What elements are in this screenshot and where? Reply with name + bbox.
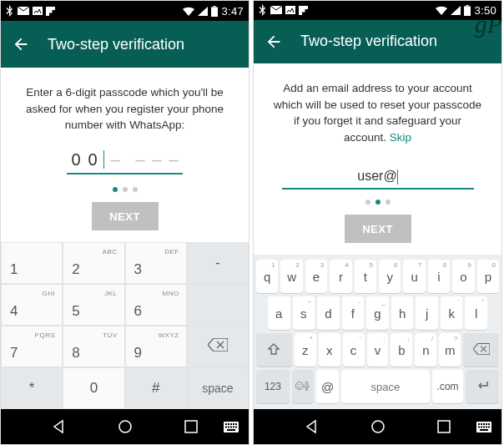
svg-rect-43 <box>486 426 487 427</box>
status-bar: 3:50 <box>254 1 501 20</box>
key-i[interactable]: i8 <box>428 260 450 293</box>
key-l[interactable]: l" <box>465 296 487 330</box>
key-blank[interactable] <box>187 284 249 326</box>
key-k[interactable]: k' <box>441 296 463 330</box>
flipboard-icon <box>299 6 308 15</box>
key-6[interactable]: 6MNO <box>125 284 187 326</box>
key-s[interactable]: s~ <box>293 296 315 330</box>
key-1[interactable]: 1 <box>1 242 63 284</box>
text-cursor <box>103 150 104 169</box>
svg-rect-13 <box>233 423 234 425</box>
svg-rect-17 <box>230 426 232 427</box>
mail-icon <box>18 7 29 15</box>
next-button[interactable]: NEXT <box>92 202 159 230</box>
key-h[interactable]: h <box>391 296 414 330</box>
key-d[interactable]: d <box>317 296 340 330</box>
svg-point-7 <box>119 421 131 432</box>
key-0[interactable]: 0 <box>63 367 124 409</box>
key-t[interactable]: t5 <box>355 260 376 293</box>
key-y[interactable]: y6 <box>379 260 401 293</box>
key-w[interactable]: w2 <box>280 260 302 293</box>
key-space[interactable]: space <box>341 370 430 403</box>
nav-recent-icon[interactable] <box>435 417 453 436</box>
svg-rect-39 <box>488 423 490 425</box>
key-star[interactable]: * <box>1 367 63 409</box>
key-123[interactable]: 123 <box>256 370 290 403</box>
key-q[interactable]: q1 <box>256 260 278 293</box>
mail-icon <box>270 6 282 14</box>
svg-rect-45 <box>480 429 488 431</box>
key-c[interactable]: c' <box>343 333 365 367</box>
key-dotcom[interactable]: .com <box>432 370 463 403</box>
key-9[interactable]: 9WXYZ <box>125 326 187 367</box>
key-4[interactable]: 4GHI <box>1 284 63 326</box>
key-backspace[interactable] <box>463 333 499 367</box>
nav-recent-icon[interactable] <box>182 417 200 436</box>
nav-back-icon[interactable] <box>50 417 68 436</box>
key-n[interactable]: n/ <box>415 333 436 367</box>
key-at[interactable]: @ <box>316 370 339 403</box>
key-u[interactable]: u7 <box>403 260 425 293</box>
instruction-text: Add an email address to your account whi… <box>272 80 483 145</box>
svg-rect-5 <box>211 7 218 17</box>
key-dash[interactable]: - <box>187 242 249 284</box>
key-z[interactable]: z* <box>295 333 316 367</box>
key-hash[interactable]: # <box>125 367 187 409</box>
passcode-placeholder: – <box>109 150 121 169</box>
numeric-keyboard: 1 2ABC 3DEF - 4GHI 5JKL 6MNO 7PQRS 8TUV … <box>1 242 249 409</box>
pager-dot <box>365 200 370 205</box>
photo-icon <box>33 7 43 15</box>
svg-rect-12 <box>230 423 232 425</box>
content-area: Add an email address to your account whi… <box>254 63 501 255</box>
key-emoji[interactable] <box>292 370 315 403</box>
passcode-placeholder: – <box>168 150 179 169</box>
svg-rect-38 <box>486 423 487 425</box>
nav-home-icon[interactable] <box>369 417 387 436</box>
svg-rect-14 <box>235 423 237 425</box>
qwerty-keyboard: q1w2e3r4t5y6u7i8o9p0 as~df-g_hjk'l" z*xc… <box>254 255 501 409</box>
enter-icon <box>476 380 489 394</box>
svg-rect-4 <box>49 10 53 13</box>
key-8[interactable]: 8TUV <box>63 326 124 367</box>
next-button[interactable]: NEXT <box>345 215 411 243</box>
key-space[interactable]: space <box>187 367 249 409</box>
key-f[interactable]: f- <box>342 296 365 330</box>
key-v[interactable]: v: <box>367 333 389 367</box>
back-arrow-icon[interactable] <box>264 32 284 52</box>
pager-dot <box>133 187 138 192</box>
key-j[interactable]: j <box>416 296 438 330</box>
key-m[interactable]: m? <box>439 333 461 367</box>
key-enter[interactable] <box>466 370 499 403</box>
svg-rect-27 <box>466 5 469 7</box>
key-a[interactable]: a <box>268 296 290 330</box>
key-e[interactable]: e3 <box>305 260 327 293</box>
key-7[interactable]: 7PQRS <box>1 326 63 367</box>
nav-home-icon[interactable] <box>116 417 134 436</box>
back-arrow-icon[interactable] <box>11 34 31 54</box>
key-r[interactable]: r4 <box>330 260 351 293</box>
passcode-input[interactable]: 0 0 – – – – <box>67 149 183 174</box>
content-area: Enter a 6-digit passcode which you'll be… <box>1 68 249 242</box>
nav-keyboard-icon[interactable] <box>222 417 240 436</box>
skip-link[interactable]: Skip <box>390 131 411 144</box>
svg-rect-44 <box>488 426 490 427</box>
nav-keyboard-icon[interactable] <box>475 417 493 436</box>
nav-back-icon[interactable] <box>303 417 321 436</box>
svg-rect-36 <box>481 423 482 425</box>
cell-signal-icon <box>198 7 208 16</box>
key-3[interactable]: 3DEF <box>125 242 187 284</box>
key-b[interactable]: b; <box>391 333 412 367</box>
key-backspace[interactable] <box>187 326 249 367</box>
key-o[interactable]: o9 <box>452 260 474 293</box>
key-5[interactable]: 5JKL <box>63 284 124 326</box>
instruction-text: Enter a 6-digit passcode which you'll be… <box>19 84 230 134</box>
key-x[interactable]: x <box>319 333 340 367</box>
key-p[interactable]: p0 <box>477 260 499 293</box>
key-2[interactable]: 2ABC <box>63 242 124 284</box>
svg-rect-19 <box>235 426 237 427</box>
android-nav-bar <box>1 409 249 444</box>
photo-icon <box>285 6 295 14</box>
email-input[interactable]: user@ <box>282 169 474 190</box>
key-shift[interactable] <box>256 333 292 367</box>
key-g[interactable]: g_ <box>366 296 389 330</box>
